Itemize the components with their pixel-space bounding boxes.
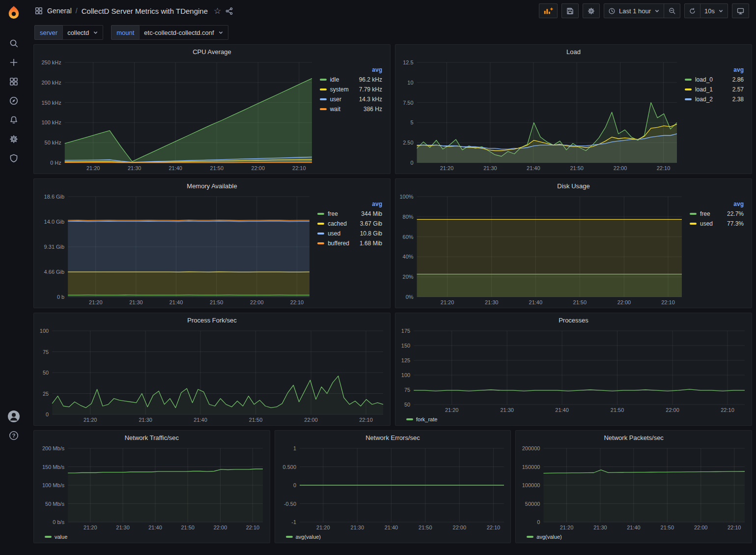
legend-series-name[interactable]: system bbox=[330, 86, 349, 93]
legend-avg-header: avg bbox=[320, 66, 382, 73]
svg-text:9.31 Gib: 9.31 Gib bbox=[44, 244, 65, 250]
panel-title[interactable]: Process Fork/sec bbox=[34, 313, 390, 327]
svg-text:2.50: 2.50 bbox=[403, 140, 413, 146]
svg-text:20%: 20% bbox=[403, 274, 414, 280]
legend-series-name[interactable]: used bbox=[328, 230, 340, 237]
svg-text:0: 0 bbox=[46, 411, 49, 417]
search-icon[interactable] bbox=[4, 33, 24, 53]
legend-series-name[interactable]: avg(value) bbox=[296, 534, 321, 540]
breadcrumb-section[interactable]: General bbox=[47, 7, 72, 15]
panel-title[interactable]: Disk Usage bbox=[395, 179, 752, 193]
top-navbar: General / CollectD Server Metrics with T… bbox=[28, 0, 756, 22]
chart-plot[interactable]: 0 b/s50 Mb/s100 Mb/s150 Mb/s200 Mb/s21:2… bbox=[37, 444, 268, 532]
grafana-logo[interactable] bbox=[5, 4, 22, 21]
legend-series-name[interactable]: load_2 bbox=[695, 96, 713, 103]
panel-title[interactable]: Load bbox=[395, 45, 752, 58]
refresh-interval-dropdown[interactable]: 10s bbox=[700, 3, 728, 18]
legend-series-dash bbox=[690, 223, 697, 225]
page-title: CollectD Server Metrics with TDengine bbox=[82, 7, 208, 15]
sidebar: ? bbox=[0, 0, 28, 555]
panel-title[interactable]: Network Traffic/sec bbox=[34, 431, 270, 444]
dashboards-breadcrumb-icon[interactable] bbox=[34, 6, 43, 15]
legend-series-name[interactable]: buffered bbox=[328, 240, 349, 247]
chart-plot[interactable]: -1-0.5000.500121:2021:3021:4021:5022:002… bbox=[278, 444, 509, 532]
save-dashboard-button[interactable] bbox=[561, 3, 579, 18]
legend-series-dash bbox=[690, 213, 697, 215]
legend-series-dash bbox=[685, 88, 692, 90]
time-range-picker[interactable]: Last 1 hour bbox=[604, 3, 664, 18]
cycle-view-mode-button[interactable] bbox=[732, 3, 749, 18]
svg-text:12.5: 12.5 bbox=[403, 59, 413, 65]
legend-series-avg: 7.79 kHz bbox=[352, 86, 382, 93]
time-range-label: Last 1 hour bbox=[619, 7, 651, 15]
explore-compass-icon[interactable] bbox=[4, 91, 24, 110]
legend-row: used77.3% bbox=[690, 220, 744, 227]
legend-series-name[interactable]: used bbox=[700, 220, 713, 227]
svg-text:75: 75 bbox=[404, 387, 410, 393]
chart-plot[interactable]: 507510012515017521:2021:3021:4021:5022:0… bbox=[398, 327, 750, 414]
legend-series-dash bbox=[317, 223, 324, 225]
legend-series-name[interactable]: wait bbox=[330, 106, 340, 113]
svg-text:21:30: 21:30 bbox=[139, 417, 152, 423]
svg-text:22:00: 22:00 bbox=[614, 165, 627, 171]
dashboards-icon[interactable] bbox=[4, 72, 24, 91]
configuration-gear-icon[interactable] bbox=[4, 129, 24, 148]
chart-plot[interactable]: 02.5057.501012.521:2021:3021:4021:5022:0… bbox=[398, 58, 682, 173]
chart-plot[interactable]: 0 Hz50 kHz100 kHz150 kHz200 kHz250 kHz21… bbox=[37, 58, 317, 173]
svg-text:21:40: 21:40 bbox=[194, 417, 207, 423]
share-icon[interactable] bbox=[225, 7, 233, 15]
chart-plot[interactable]: 0%20%40%60%80%100%21:2021:3021:4021:5022… bbox=[398, 193, 687, 307]
legend-row: idle96.2 kHz bbox=[320, 76, 382, 83]
svg-text:22:10: 22:10 bbox=[657, 165, 671, 171]
svg-text:-1: -1 bbox=[291, 519, 296, 525]
chart-plot[interactable]: 0 b4.66 Gib9.31 Gib14.0 Gib18.6 Gib21:20… bbox=[37, 193, 314, 307]
legend-series-dash bbox=[286, 536, 293, 538]
chart-plot[interactable]: 025507510021:2021:3021:4021:5022:0022:10 bbox=[37, 327, 388, 424]
svg-text:200 kHz: 200 kHz bbox=[41, 80, 61, 86]
create-plus-icon[interactable] bbox=[4, 53, 24, 72]
admin-shield-icon[interactable] bbox=[4, 148, 24, 168]
legend-series-name[interactable]: load_1 bbox=[695, 86, 713, 93]
panel-title[interactable]: Memory Available bbox=[34, 179, 390, 193]
panel-title[interactable]: Network Packets/sec bbox=[516, 431, 752, 444]
svg-text:100%: 100% bbox=[399, 194, 413, 200]
panel-title[interactable]: Processes bbox=[395, 313, 752, 327]
legend-series-name[interactable]: user bbox=[330, 96, 341, 103]
legend-series-name[interactable]: free bbox=[328, 210, 338, 217]
svg-text:22:00: 22:00 bbox=[304, 417, 318, 423]
legend-series-name[interactable]: value bbox=[55, 534, 67, 540]
legend-series-name[interactable]: load_0 bbox=[695, 76, 713, 83]
svg-text:22:10: 22:10 bbox=[292, 165, 306, 171]
legend-series-name[interactable]: idle bbox=[330, 76, 339, 83]
variable-mount[interactable]: mount etc-collectd-collectd.conf bbox=[111, 25, 228, 40]
legend-series-avg: 10.8 Gib bbox=[353, 230, 382, 237]
panel-legend: avg(value) bbox=[519, 532, 750, 542]
star-icon[interactable]: ☆ bbox=[214, 7, 221, 15]
chart-plot[interactable]: 05000010000015000020000021:2021:3021:402… bbox=[519, 444, 750, 532]
svg-text:21:50: 21:50 bbox=[419, 525, 432, 530]
variable-server[interactable]: server collectd bbox=[34, 25, 103, 40]
legend-series-name[interactable]: fork_rate bbox=[416, 416, 437, 422]
panel-title[interactable]: Network Errors/sec bbox=[275, 431, 511, 444]
panel-title[interactable]: CPU Average bbox=[34, 45, 390, 58]
legend-series-name[interactable]: cached bbox=[328, 220, 347, 227]
add-panel-button[interactable] bbox=[539, 3, 558, 18]
dashboard-row: Memory Available 0 b4.66 Gib9.31 Gib14.0… bbox=[33, 178, 752, 308]
legend-series-name[interactable]: free bbox=[700, 210, 710, 217]
svg-text:10: 10 bbox=[407, 80, 413, 86]
legend-row: load_02.86 bbox=[685, 76, 744, 83]
alerting-bell-icon[interactable] bbox=[4, 110, 24, 129]
svg-text:0: 0 bbox=[293, 482, 296, 488]
svg-text:21:30: 21:30 bbox=[350, 525, 364, 530]
svg-text:21:20: 21:20 bbox=[84, 417, 97, 423]
user-avatar[interactable] bbox=[4, 407, 24, 426]
help-icon[interactable]: ? bbox=[4, 426, 24, 445]
dashboard-settings-button[interactable] bbox=[583, 3, 600, 18]
legend-series-name[interactable]: avg(value) bbox=[536, 534, 561, 540]
svg-text:100 kHz: 100 kHz bbox=[41, 119, 61, 125]
refresh-button[interactable] bbox=[684, 3, 700, 18]
panel-process-fork: Process Fork/sec 025507510021:2021:3021:… bbox=[33, 313, 391, 426]
svg-text:21:50: 21:50 bbox=[573, 299, 587, 305]
zoom-out-button[interactable] bbox=[664, 3, 680, 18]
panel-legend: value bbox=[37, 532, 268, 542]
